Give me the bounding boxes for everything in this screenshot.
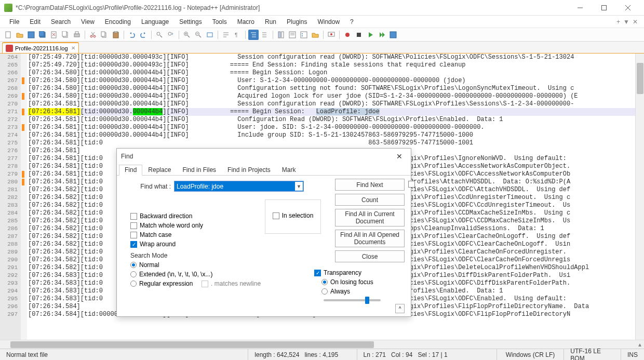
cut-icon[interactable] bbox=[88, 30, 98, 40]
play-macro-icon[interactable] bbox=[365, 30, 375, 40]
svg-line-29 bbox=[187, 35, 190, 37]
copy-icon[interactable] bbox=[99, 30, 110, 40]
horizontal-scrollbar-thumb[interactable] bbox=[10, 341, 374, 348]
stop-macro-icon[interactable] bbox=[354, 30, 364, 40]
svg-rect-56 bbox=[390, 32, 396, 38]
menu-item-window[interactable]: Window bbox=[312, 17, 345, 27]
find-tab-replace[interactable]: Replace bbox=[142, 165, 177, 176]
find-next-direction-checkbox[interactable] bbox=[408, 181, 415, 188]
menu-item-macro[interactable]: Macro bbox=[232, 17, 260, 27]
tab-close-icon[interactable]: ✕ bbox=[71, 45, 75, 51]
matches-newline-checkbox[interactable] bbox=[202, 281, 208, 287]
collapse-dialog-icon[interactable]: ^ bbox=[395, 304, 405, 313]
svg-rect-14 bbox=[75, 32, 78, 34]
show-chars-icon[interactable]: ¶ bbox=[232, 30, 243, 40]
find-tab-find[interactable]: Find bbox=[119, 165, 142, 176]
new-file-icon[interactable] bbox=[3, 30, 14, 40]
save-icon[interactable] bbox=[26, 30, 36, 40]
zoom-in-icon[interactable] bbox=[182, 30, 192, 40]
doc-list-icon[interactable] bbox=[287, 30, 298, 40]
add-menu-icon[interactable]: + bbox=[616, 18, 620, 25]
vertical-scrollbar[interactable] bbox=[635, 54, 644, 340]
close-button[interactable] bbox=[616, 0, 640, 16]
transparency-checkbox[interactable]: ✓ bbox=[314, 270, 321, 276]
undo-icon[interactable] bbox=[127, 30, 137, 40]
find-dialog-close-icon[interactable]: ✕ bbox=[392, 149, 407, 164]
replace-icon[interactable] bbox=[166, 30, 176, 40]
close-menu-icon[interactable]: ✕ bbox=[633, 18, 638, 25]
menu-item-tools[interactable]: Tools bbox=[207, 17, 232, 27]
transparency-slider[interactable] bbox=[324, 299, 381, 301]
scroll-up-icon[interactable]: ▴ bbox=[635, 340, 644, 349]
record-macro-icon[interactable] bbox=[342, 30, 353, 40]
always-radio[interactable] bbox=[321, 288, 328, 295]
menu-item-settings[interactable]: Settings bbox=[174, 17, 207, 27]
minimize-button[interactable] bbox=[568, 0, 592, 16]
redo-icon[interactable] bbox=[138, 30, 149, 40]
print-icon[interactable] bbox=[72, 30, 82, 40]
close-all-icon[interactable] bbox=[60, 30, 71, 40]
extended-radio[interactable] bbox=[130, 271, 137, 277]
menu-item-file[interactable]: File bbox=[4, 17, 24, 27]
status-insert-mode[interactable]: INS bbox=[621, 349, 644, 360]
dropdown-menu-icon[interactable]: ▼ bbox=[623, 18, 629, 25]
file-tab[interactable]: Profile-20221116.log ✕ bbox=[2, 42, 79, 53]
menu-item-plugins[interactable]: Plugins bbox=[281, 17, 312, 27]
svg-rect-1 bbox=[602, 5, 607, 10]
svg-rect-55 bbox=[357, 33, 361, 37]
on-losing-focus-radio[interactable] bbox=[321, 279, 328, 285]
maximize-button[interactable] bbox=[592, 0, 616, 16]
toolbar: ¶ bbox=[0, 28, 644, 42]
find-all-opened-button[interactable]: Find All in All Opened Documents bbox=[335, 230, 405, 247]
find-tab-find-in-projects[interactable]: Find in Projects bbox=[222, 165, 276, 176]
menu-item-view[interactable]: View bbox=[76, 17, 100, 27]
save-all-icon[interactable] bbox=[37, 30, 48, 40]
save-macro-icon[interactable] bbox=[388, 30, 398, 40]
find-close-button[interactable]: Close bbox=[335, 250, 405, 262]
find-icon[interactable] bbox=[154, 30, 165, 40]
find-dialog-titlebar[interactable]: Find ✕ bbox=[117, 149, 411, 164]
folder-workspace-icon[interactable] bbox=[310, 30, 320, 40]
zoom-out-icon[interactable] bbox=[193, 30, 204, 40]
word-wrap-icon[interactable] bbox=[221, 30, 231, 40]
wrap-checkbox[interactable]: ✓ bbox=[130, 241, 137, 248]
transparency-slider-thumb[interactable] bbox=[365, 297, 369, 304]
indent-guide-icon[interactable] bbox=[248, 30, 259, 40]
function-list-icon[interactable] bbox=[299, 30, 309, 40]
backward-checkbox[interactable] bbox=[130, 213, 137, 220]
close-file-icon[interactable] bbox=[49, 30, 59, 40]
svg-rect-49 bbox=[301, 32, 307, 38]
find-tab-mark[interactable]: Mark bbox=[276, 165, 302, 176]
svg-rect-4 bbox=[6, 32, 10, 38]
find-what-input[interactable] bbox=[174, 181, 304, 192]
menu-item-encoding[interactable]: Encoding bbox=[100, 17, 136, 27]
find-what-label: Find what : bbox=[123, 183, 174, 190]
menu-bar: FileEditSearchViewEncodingLanguageSettin… bbox=[0, 16, 644, 28]
find-all-current-button[interactable]: Find All in Current Document bbox=[335, 209, 405, 226]
find-tab-find-in-files[interactable]: Find in Files bbox=[177, 165, 222, 176]
paste-icon[interactable] bbox=[111, 30, 121, 40]
monitor-icon[interactable] bbox=[326, 30, 337, 40]
whole-word-checkbox[interactable] bbox=[130, 222, 137, 229]
menu-item-[interactable]: ? bbox=[345, 17, 359, 27]
in-selection-checkbox[interactable] bbox=[273, 212, 279, 219]
vertical-scrollbar-thumb[interactable] bbox=[637, 63, 643, 94]
status-eol[interactable]: Windows (CR LF) bbox=[497, 349, 565, 360]
open-file-icon[interactable] bbox=[15, 30, 25, 40]
menu-item-language[interactable]: Language bbox=[136, 17, 174, 27]
menu-item-run[interactable]: Run bbox=[260, 17, 281, 27]
find-dialog-tabs: FindReplaceFind in FilesFind in Projects… bbox=[117, 164, 411, 176]
count-button[interactable]: Count bbox=[335, 194, 405, 206]
find-next-button[interactable]: Find Next bbox=[335, 179, 405, 191]
fold-icon[interactable] bbox=[260, 30, 270, 40]
normal-radio[interactable] bbox=[130, 262, 137, 268]
status-encoding[interactable]: UTF-16 LE BOM bbox=[564, 349, 621, 360]
match-case-checkbox[interactable] bbox=[130, 232, 137, 238]
zoom-reset-icon[interactable] bbox=[205, 30, 215, 40]
doc-map-icon[interactable] bbox=[276, 30, 286, 40]
menu-item-search[interactable]: Search bbox=[46, 17, 76, 27]
menu-item-edit[interactable]: Edit bbox=[24, 17, 46, 27]
regex-radio[interactable] bbox=[130, 281, 137, 287]
play-multi-icon[interactable] bbox=[377, 30, 387, 40]
horizontal-scrollbar[interactable]: ▴ bbox=[0, 340, 644, 349]
